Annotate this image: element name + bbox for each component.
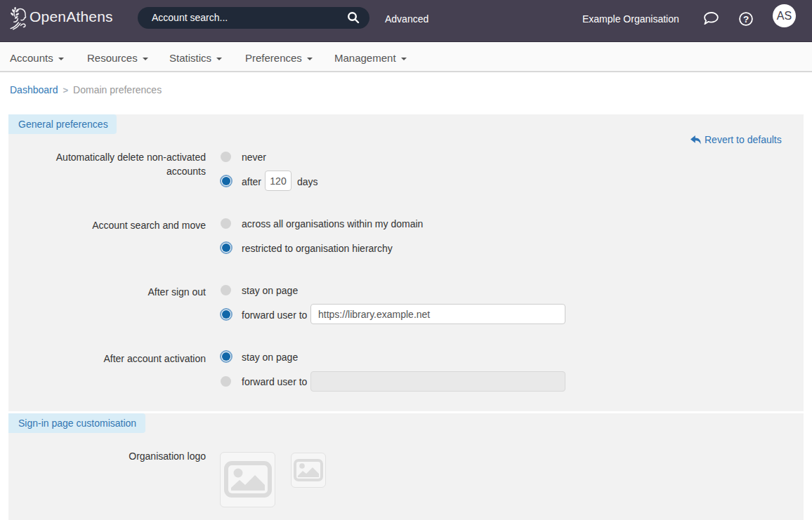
svg-text:?: ?	[743, 14, 749, 25]
